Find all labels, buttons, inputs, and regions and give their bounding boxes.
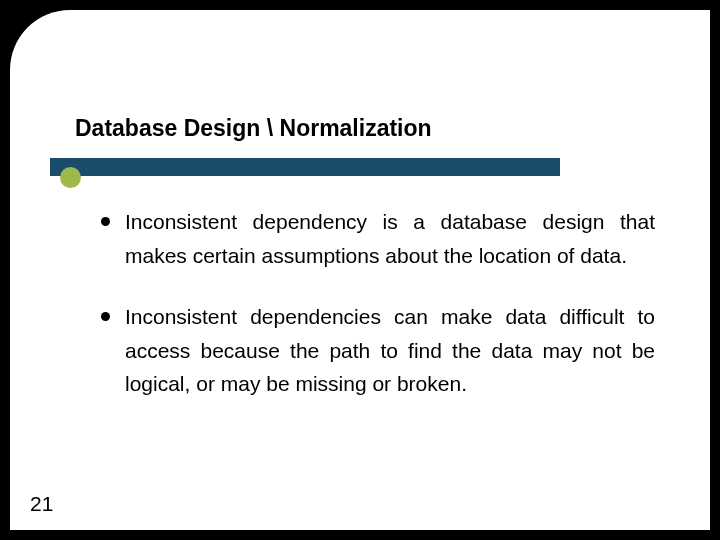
slide-body: Database Design \ Normalization Inconsis… [10, 10, 710, 530]
slide-frame: Database Design \ Normalization Inconsis… [0, 0, 720, 540]
bullet-item: Inconsistent dependencies can make data … [125, 300, 655, 401]
page-number: 21 [30, 492, 53, 516]
bullet-list: Inconsistent dependency is a database de… [125, 205, 655, 429]
slide-title: Database Design \ Normalization [75, 115, 432, 142]
accent-dot-icon [60, 167, 81, 188]
title-underline-bar [50, 158, 560, 176]
bullet-item: Inconsistent dependency is a database de… [125, 205, 655, 272]
